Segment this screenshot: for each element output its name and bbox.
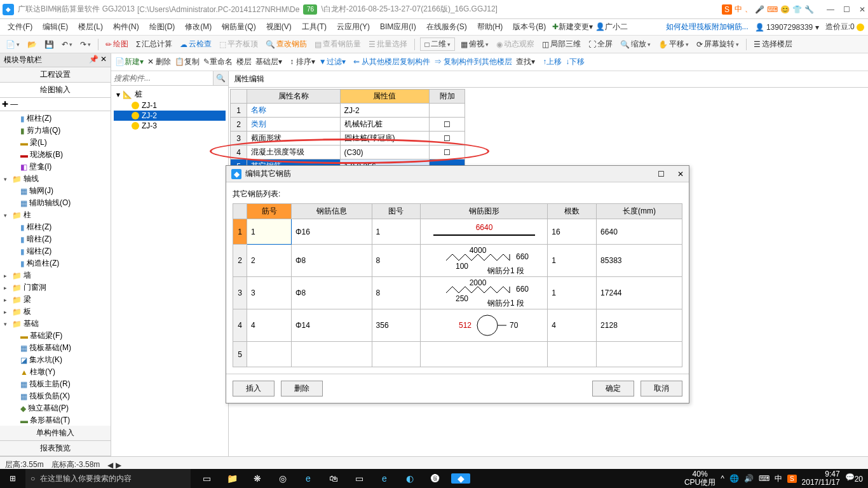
pan-button[interactable]: ✋平移▾	[656, 38, 691, 50]
open-button[interactable]: 📂	[25, 39, 39, 50]
tree-xjb[interactable]: ▬现浇板(B)	[3, 149, 108, 161]
tray-ime[interactable]: 中	[775, 473, 782, 484]
tree-fzzx[interactable]: ▦辅助轴线(O)	[3, 197, 108, 209]
menu-online[interactable]: 在线服务(S)	[423, 20, 471, 34]
current-app-icon[interactable]: ◆	[451, 473, 470, 484]
prop-row-1[interactable]: 1名称ZJ-2	[231, 104, 465, 118]
top-view-button[interactable]: ▦ 俯视▾	[459, 38, 491, 50]
app-5-icon[interactable]: 🅖	[426, 473, 445, 484]
new-comp-button[interactable]: 📄新建▾	[115, 57, 144, 67]
mid-zj3[interactable]: ZJ-3	[114, 121, 226, 131]
nav-sec-draw[interactable]: 绘图输入	[0, 83, 111, 98]
draw-button[interactable]: ✏绘图	[104, 38, 130, 50]
menu-view[interactable]: 视图(V)	[262, 20, 295, 34]
menu-rebar[interactable]: 钢筋量(Q)	[218, 20, 259, 34]
tree-jichu[interactable]: ▾📁基础	[3, 318, 108, 330]
new-change-button[interactable]: ✚新建变更▾	[552, 22, 593, 32]
nav-sec-single[interactable]: 单构件输入	[0, 426, 111, 441]
new-file-button[interactable]: 📄▾	[4, 39, 22, 50]
tree-anz[interactable]: ▮暗柱(Z)	[3, 233, 108, 245]
tree-dljc[interactable]: ◆独立基础(P)	[3, 402, 108, 414]
view-steel2-button[interactable]: ▤ 查看钢筋量	[313, 38, 363, 50]
start-button[interactable]: ⊞	[0, 474, 25, 483]
app-4-icon[interactable]: ◐	[400, 473, 419, 484]
prop-row-3[interactable]: 3截面形状圆柱桩(球冠底)☐	[231, 132, 465, 146]
app-3-icon[interactable]: ▭	[349, 473, 369, 484]
menu-draw[interactable]: 绘图(D)	[146, 20, 179, 34]
tree-qiang[interactable]: ▸📁墙	[3, 269, 108, 281]
prop-row-4[interactable]: 4混凝土强度等级(C30)☐	[231, 146, 465, 159]
tree-fbjc[interactable]: ▦筏板基础(M)	[3, 342, 108, 354]
tree-jsk[interactable]: ◪集水坑(K)	[3, 354, 108, 366]
mid-zj1[interactable]: ZJ-1	[114, 100, 226, 111]
fullscreen-button[interactable]: ⛶ 全屏	[587, 38, 614, 50]
dim-2d-select[interactable]: □ 二维 ▾	[420, 37, 454, 51]
tree-ban[interactable]: ▸📁板	[3, 306, 108, 318]
rebar-row-4[interactable]: 4 4 Φ14 356 512 70 4 2128	[233, 309, 682, 342]
tree-gzz[interactable]: ▮构造柱(Z)	[3, 257, 108, 269]
redo-button[interactable]: ↷▾	[78, 39, 93, 50]
tree-zd[interactable]: ▲柱墩(Y)	[3, 366, 108, 378]
app-1-icon[interactable]: ❋	[248, 473, 267, 484]
app-2-icon[interactable]: ◎	[273, 473, 292, 484]
copy-from-button[interactable]: ⇐ 从其他楼层复制构件	[353, 57, 430, 67]
sum-button[interactable]: Σ 汇总计算	[134, 38, 174, 50]
maximize-button[interactable]: ☐	[843, 5, 850, 14]
move-up-button[interactable]: ↑上移	[543, 57, 562, 67]
rebar-row-3[interactable]: 3 3 Φ8 8 2000 660 250 钢筋分1 段 1 17244	[233, 277, 682, 309]
tree-axis[interactable]: ▾📁轴线	[3, 173, 108, 185]
ok-button[interactable]: 确定	[592, 381, 634, 396]
dyn-view-button[interactable]: ◉ 动态观察	[494, 38, 536, 50]
search-button[interactable]: 🔍	[213, 71, 228, 85]
tray-volume-icon[interactable]: 🔊	[744, 474, 754, 483]
tray-up-icon[interactable]: ^	[721, 474, 724, 483]
filter-button[interactable]: ▼过滤▾	[319, 57, 346, 67]
tree-liang2[interactable]: ▸📁梁	[3, 294, 108, 306]
tree-jlq[interactable]: ▮剪力墙(Q)	[3, 125, 108, 137]
save-button[interactable]: 💾	[43, 39, 56, 50]
tree-zhu[interactable]: ▾📁柱	[3, 209, 108, 221]
explorer-icon[interactable]: 📁	[222, 473, 241, 484]
sort-button[interactable]: ↕ 排序▾	[290, 57, 315, 67]
tree-mcd[interactable]: ▸📁门窗洞	[3, 281, 108, 294]
base-floor-select[interactable]: 基础层▾	[255, 57, 282, 67]
mid-root[interactable]: ▾📐桩	[114, 88, 226, 100]
view-steel-button[interactable]: 🔍查改钢筋	[264, 38, 309, 50]
cloud-check-button[interactable]: ☁云检查	[178, 38, 214, 50]
rebar-row-1[interactable]: 1 1 Φ16 1 6640 16 6640	[233, 219, 682, 245]
menu-version[interactable]: 版本号(B)	[509, 20, 550, 34]
tree-kz2[interactable]: ▮框柱(Z)	[3, 221, 108, 233]
local-3d-button[interactable]: ◫ 局部三维	[540, 38, 583, 50]
search-input[interactable]	[111, 71, 213, 85]
tree-kz[interactable]: ▮框柱(Z)	[3, 112, 108, 125]
delete-button[interactable]: 删除	[281, 381, 323, 396]
menu-file[interactable]: 文件(F)	[4, 20, 36, 34]
insert-button[interactable]: 插入	[233, 381, 275, 396]
nav-sec-report[interactable]: 报表预览	[0, 441, 111, 456]
rotate-button[interactable]: ⟳ 屏幕旋转▾	[695, 38, 741, 50]
tree-zw[interactable]: ▦轴网(J)	[3, 185, 108, 197]
taskbar-search[interactable]: ○在这里输入你要搜索的内容	[25, 469, 191, 488]
rebar-row-5[interactable]: 5	[233, 342, 682, 367]
notification-icon[interactable]: 💬20	[845, 473, 863, 484]
del-comp-button[interactable]: ✕ 删除	[147, 57, 171, 67]
tree-bk[interactable]: ◧壁龛(I)	[3, 161, 108, 173]
cancel-button[interactable]: 取消	[641, 381, 682, 396]
dialog-maximize[interactable]: ☐	[658, 170, 665, 179]
tray-network-icon[interactable]: 🌐	[729, 474, 739, 483]
copy-to-button[interactable]: ⇒ 复制构件到其他楼层	[434, 57, 512, 67]
tree-liang[interactable]: ▬梁(L)	[3, 137, 108, 149]
rename-button[interactable]: ✎重命名	[203, 57, 233, 67]
nav-sec-project[interactable]: 工程设置	[0, 67, 111, 83]
tree-jcl[interactable]: ▬基础梁(F)	[3, 330, 108, 342]
dialog-close[interactable]: ✕	[677, 170, 684, 179]
undo-button[interactable]: ↶▾	[60, 39, 74, 50]
menu-floor[interactable]: 楼层(L)	[74, 20, 107, 34]
tree-fbzj[interactable]: ▦筏板主筋(R)	[3, 378, 108, 390]
user-small[interactable]: 👤广小二	[595, 22, 628, 32]
mid-zj2[interactable]: ZJ-2	[114, 111, 226, 121]
menu-modify[interactable]: 修改(M)	[181, 20, 215, 34]
edge-icon[interactable]: e	[299, 473, 318, 484]
flat-top-button[interactable]: ⬚ 平齐板顶	[217, 38, 260, 50]
rebar-row-2[interactable]: 2 2 Φ8 8 4000 660 100 钢筋分1 段 1 85383	[233, 245, 682, 277]
